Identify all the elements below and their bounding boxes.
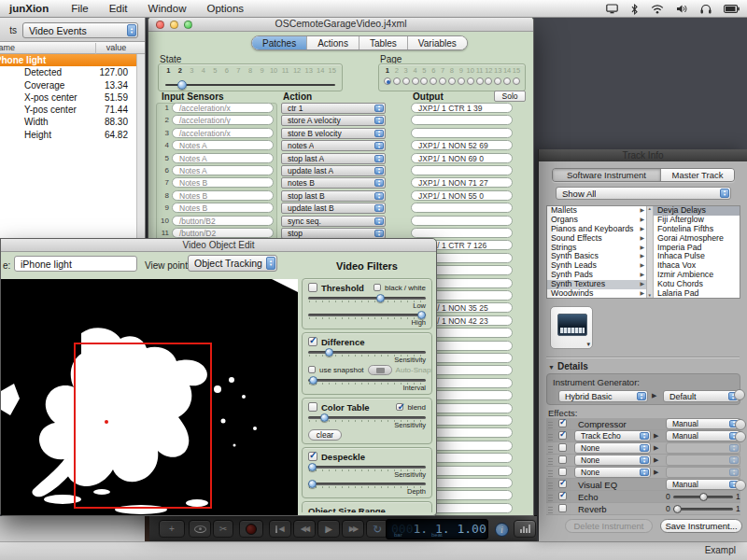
page-radio[interactable] bbox=[513, 77, 520, 85]
disclosure-arrow-icon[interactable]: ▶ bbox=[654, 444, 658, 452]
page-radio[interactable] bbox=[402, 77, 410, 85]
action-dropdown[interactable]: notes B bbox=[281, 177, 386, 189]
effect-enable-checkbox[interactable] bbox=[558, 468, 567, 476]
battery-icon[interactable] bbox=[724, 5, 740, 13]
effect-enable-checkbox[interactable] bbox=[558, 455, 567, 464]
page-radio[interactable] bbox=[420, 77, 428, 85]
event-row[interactable]: iPhone light bbox=[0, 54, 145, 66]
edit-button[interactable] bbox=[735, 431, 746, 442]
tab-patches[interactable]: Patches bbox=[252, 36, 307, 49]
state-number[interactable]: 2 bbox=[175, 66, 187, 75]
browser-scrollbar[interactable] bbox=[646, 206, 654, 298]
difference-sensitivity-slider[interactable] bbox=[308, 348, 426, 357]
tab-variables[interactable]: Variables bbox=[408, 36, 467, 49]
input-sensor-field[interactable]: /button/B2 bbox=[172, 216, 274, 226]
video-window-titlebar[interactable]: Video Object Edit bbox=[1, 239, 436, 252]
page-radio[interactable] bbox=[494, 77, 501, 85]
state-number[interactable]: 10 bbox=[268, 66, 280, 75]
page-radio[interactable] bbox=[467, 77, 474, 85]
state-slider-handle[interactable] bbox=[177, 80, 187, 90]
input-sensor-field[interactable]: Notes B bbox=[172, 203, 274, 213]
effect-enable-checkbox[interactable] bbox=[558, 492, 567, 500]
lcd-time-display[interactable]: 0001. 1. 1.001 barbeat bbox=[386, 519, 488, 539]
effect-select-dropdown[interactable]: None bbox=[574, 455, 651, 466]
events-scrollbar[interactable] bbox=[136, 54, 145, 238]
threshold-low-slider[interactable] bbox=[308, 294, 426, 302]
effect-preset-dropdown[interactable]: Manual bbox=[666, 430, 740, 441]
page-radio[interactable] bbox=[384, 77, 391, 85]
interval-slider[interactable] bbox=[308, 376, 426, 385]
black-white-checkbox[interactable] bbox=[374, 284, 381, 291]
effect-enable-checkbox[interactable] bbox=[558, 480, 567, 488]
event-row[interactable]: X-pos center51.59 bbox=[0, 91, 145, 104]
drag-handle-icon[interactable] bbox=[548, 505, 553, 513]
page-radio[interactable] bbox=[476, 77, 484, 85]
output-field[interactable] bbox=[411, 203, 513, 213]
edit-button[interactable] bbox=[735, 480, 746, 491]
disclosure-arrow-icon[interactable]: ▶ bbox=[654, 469, 658, 476]
input-sensor-field[interactable]: /acceleration/x bbox=[172, 103, 274, 113]
action-dropdown[interactable]: stop last A bbox=[281, 153, 386, 164]
output-field[interactable]: JXP1/ 1 CTR 1 39 bbox=[411, 103, 513, 113]
difference-checkbox[interactable] bbox=[308, 337, 317, 346]
input-sensor-field[interactable]: Notes A bbox=[172, 165, 274, 175]
event-row[interactable]: Height64.82 bbox=[0, 129, 145, 141]
level-meter-button[interactable] bbox=[514, 520, 536, 538]
name-column-header[interactable]: Name bbox=[0, 43, 15, 52]
snapshot-thumbnail-button[interactable] bbox=[368, 365, 392, 375]
event-row[interactable]: Y-pos center71.44 bbox=[0, 104, 145, 116]
object-name-field[interactable]: iPhone light bbox=[14, 256, 137, 272]
state-slider[interactable] bbox=[165, 80, 335, 91]
input-sensor-field[interactable]: Notes A bbox=[172, 153, 274, 163]
effect-enable-checkbox[interactable] bbox=[558, 504, 567, 512]
output-field[interactable]: JXP1/ 1 NON 55 0 bbox=[411, 190, 513, 201]
state-number[interactable]: 8 bbox=[245, 66, 257, 75]
color-sensitivity-slider[interactable] bbox=[308, 413, 426, 422]
effect-amount-slider[interactable] bbox=[673, 508, 733, 511]
details-disclosure[interactable]: ▼Details bbox=[548, 361, 588, 371]
rewind-button[interactable]: ◀◀ bbox=[293, 520, 316, 538]
effect-select-dropdown[interactable]: None bbox=[574, 442, 651, 454]
effect-select-dropdown[interactable]: None bbox=[574, 467, 651, 478]
state-number[interactable]: 13 bbox=[303, 66, 315, 75]
effect-enable-checkbox[interactable] bbox=[558, 431, 567, 440]
drag-handle-icon[interactable] bbox=[548, 481, 553, 489]
event-row[interactable]: Coverage13.34 bbox=[0, 79, 145, 91]
effect-enable-checkbox[interactable] bbox=[558, 443, 567, 452]
volume-icon[interactable] bbox=[676, 4, 688, 14]
track-editor-button[interactable] bbox=[189, 520, 211, 538]
state-number[interactable]: 3 bbox=[186, 66, 198, 75]
action-dropdown[interactable]: store B velocity bbox=[281, 128, 386, 139]
patch-window-titlebar[interactable]: OSCemoteGarageVideo.j4xml bbox=[148, 17, 533, 32]
apple-app-menu[interactable]: junXion bbox=[9, 3, 49, 14]
output-field[interactable] bbox=[411, 228, 513, 238]
threshold-checkbox[interactable] bbox=[308, 283, 317, 292]
track-info-titlebar[interactable]: Track Info bbox=[539, 149, 747, 161]
state-number[interactable]: 9 bbox=[256, 66, 268, 75]
output-field[interactable]: JXP1/ 1 NON 71 27 bbox=[411, 177, 513, 188]
color-table-checkbox[interactable] bbox=[308, 402, 317, 412]
disclosure-arrow-icon[interactable]: ▶ bbox=[654, 456, 658, 464]
effect-preset-dropdown[interactable]: Manual bbox=[666, 418, 740, 429]
output-field[interactable] bbox=[411, 165, 513, 175]
close-icon[interactable] bbox=[156, 21, 164, 29]
tab-master-track[interactable]: Master Track bbox=[661, 169, 734, 181]
menu-window[interactable]: Window bbox=[148, 3, 187, 14]
state-number[interactable]: 15 bbox=[326, 66, 338, 75]
fast-forward-button[interactable]: ▶▶ bbox=[342, 520, 364, 538]
input-sensor-field[interactable]: Notes B bbox=[172, 177, 274, 188]
drag-handle-icon[interactable] bbox=[548, 469, 553, 477]
tab-tables[interactable]: Tables bbox=[359, 36, 408, 49]
effect-preset-dropdown[interactable]: Manual bbox=[666, 479, 740, 490]
page-radio[interactable] bbox=[458, 77, 465, 85]
clear-button[interactable]: clear bbox=[308, 429, 342, 441]
page-radio[interactable] bbox=[412, 77, 419, 85]
preset-item[interactable]: Lalaria Pad bbox=[654, 289, 740, 298]
go-to-beginning-button[interactable]: ◀ bbox=[269, 520, 291, 538]
output-field[interactable] bbox=[411, 216, 513, 226]
info-button[interactable]: i bbox=[495, 523, 509, 537]
page-radio[interactable] bbox=[448, 77, 456, 85]
input-sensor-field[interactable]: /acceleration/x bbox=[172, 128, 274, 138]
drag-handle-icon[interactable] bbox=[548, 444, 553, 453]
despeckle-sensitivity-slider[interactable] bbox=[308, 463, 426, 471]
